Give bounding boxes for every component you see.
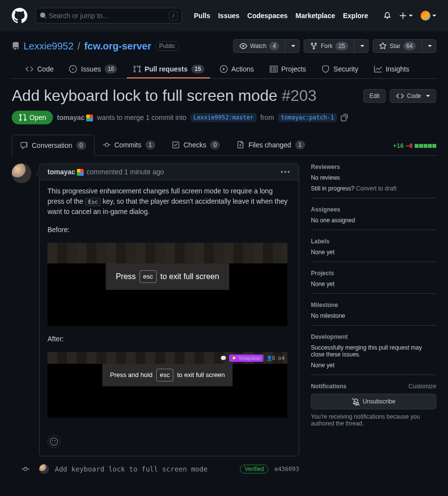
nav-explore[interactable]: Explore [343,12,368,20]
fork-dropdown[interactable] [354,39,369,53]
development-none: None yet [311,362,436,369]
edit-button[interactable]: Edit [363,89,386,103]
reviewers-heading[interactable]: Reviewers [311,164,436,170]
github-logo[interactable] [12,8,27,24]
customize-link[interactable]: Customize [408,383,436,390]
add-reaction-button[interactable] [47,435,60,448]
nav-codespaces[interactable]: Codespaces [247,12,287,20]
watch-label: Watch [250,43,267,49]
reviewers-value: No reviews [311,174,436,181]
nav-issues[interactable]: Issues [218,12,239,20]
pr-tab-checks[interactable]: Checks 0 [164,134,229,155]
assignees-heading[interactable]: Assignees [311,206,436,213]
actions-icon [220,65,228,73]
development-heading[interactable]: Development [311,333,436,340]
search-input[interactable] [47,11,169,20]
milestone-heading[interactable]: Milestone [311,302,436,308]
chat-icon: 💬 [220,354,226,362]
notifications-heading: Notifications [311,383,347,390]
comment-avatar[interactable] [12,164,31,183]
repo-icon [12,42,20,50]
user-avatar-menu[interactable] [421,11,436,21]
development-value: Successfully merging this pull request m… [311,344,436,358]
projects-heading[interactable]: Projects [311,270,436,277]
commit-icon [103,141,111,149]
projects-icon [270,65,278,73]
labels-value: None yet [311,249,436,256]
notification-reason: You're receiving notifications because y… [311,413,436,427]
verified-badge[interactable]: Verified [240,465,268,473]
projects-value: None yet [311,281,436,287]
star-count: 64 [403,42,416,50]
assignees-value: No one assigned [311,217,436,224]
diff-stat: +16 −0 [385,137,436,155]
tab-pull-requests[interactable]: Pull requests 15 [127,61,210,78]
notifications-icon[interactable] [383,12,391,20]
star-label: Star [390,43,401,49]
tab-security[interactable]: Security [316,61,364,78]
before-screenshot[interactable]: Press esc to exit full screen [47,243,287,326]
code-icon [25,65,33,73]
watch-button[interactable]: Watch 4 [233,39,286,53]
star-button[interactable]: Star 64 [373,39,422,53]
copy-branch-icon[interactable] [341,114,349,121]
graph-icon [374,65,382,73]
slash-key-hint: / [169,11,178,21]
tab-insights[interactable]: Insights [368,61,415,78]
global-search[interactable]: / [35,8,182,24]
comment-body: This progressive enhancement changes ful… [40,180,299,431]
google-badge-icon [77,169,84,176]
checks-icon [172,141,180,149]
head-branch[interactable]: tomayac:patch-1 [278,113,337,122]
pr-title: Add keyboard lock to full screen mode #2… [12,87,317,105]
tab-code[interactable]: Code [20,61,59,78]
visibility-badge: Public [155,41,179,51]
fork-count: 25 [335,42,348,50]
commit-sha[interactable]: e436093 [274,466,299,472]
create-new-icon[interactable] [399,12,413,20]
file-diff-icon [236,141,244,149]
repo-name-link[interactable]: fcw.org-server [84,41,151,52]
path-separator: / [77,41,80,52]
nav-marketplace[interactable]: Marketplace [296,12,335,20]
comment-icon [20,142,28,149]
watch-count: 4 [269,42,279,50]
pr-icon [133,65,141,73]
tab-actions[interactable]: Actions [214,61,260,78]
tab-issues[interactable]: Issues 16 [63,61,123,78]
pr-number: #203 [282,87,316,104]
star-dropdown[interactable] [422,39,436,53]
after-screenshot[interactable]: 💬 Volapükan 👤0 ⊙4 Press and hold esc to … [47,352,287,418]
pr-author[interactable]: tomayac [57,114,93,121]
shield-icon [322,65,330,73]
fork-label: Fork [321,43,332,49]
convert-to-draft-link[interactable]: Convert to draft [356,185,397,192]
tab-projects[interactable]: Projects [264,61,312,78]
base-branch[interactable]: Lexxie9952:master [190,113,257,122]
milestone-value: No milestone [311,312,436,319]
pr-state-badge: Open [12,111,53,124]
commit-author-avatar[interactable] [39,464,49,474]
comment-author[interactable]: tomayac [47,168,84,176]
avatar [421,11,430,21]
repo-owner-link[interactable]: Lexxie9952 [24,41,73,52]
watch-dropdown[interactable] [285,39,300,53]
commit-timeline-icon [18,465,33,473]
pr-tab-conversation[interactable]: Conversation 0 [12,135,94,156]
unsubscribe-button[interactable]: Unsubscribe [311,394,436,409]
pr-tab-commits[interactable]: Commits 1 [94,134,164,155]
issues-icon [69,65,77,73]
nav-pulls[interactable]: Pulls [194,12,210,20]
fork-button[interactable]: Fork 25 [304,39,354,53]
pr-tab-files[interactable]: Files changed 1 [228,134,313,155]
google-badge-icon [86,115,93,121]
labels-heading[interactable]: Labels [311,238,436,245]
comment-menu-icon[interactable]: ••• [281,168,291,176]
code-button[interactable]: Code [390,89,436,103]
commit-message[interactable]: Add keyboard lock to full screen mode [55,465,234,473]
comment-timestamp[interactable]: commented 1 minute ago [87,168,164,176]
